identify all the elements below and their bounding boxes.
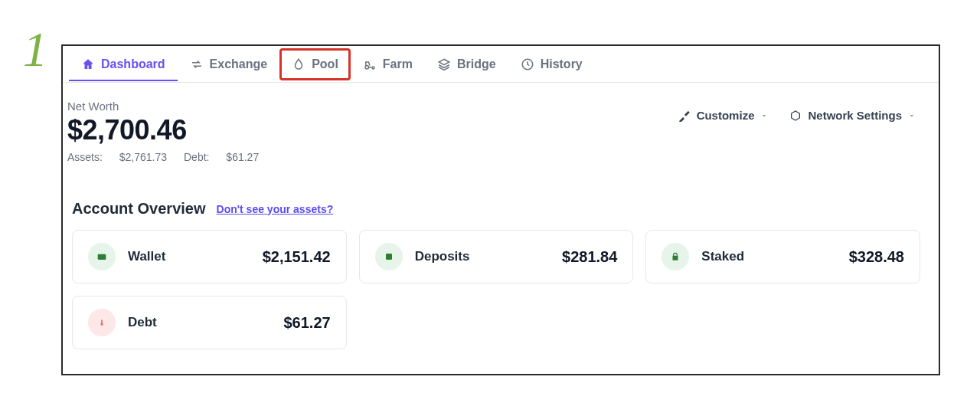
lock-icon bbox=[662, 243, 689, 270]
card-label: Debt bbox=[128, 315, 283, 330]
clock-icon bbox=[521, 57, 534, 71]
card-staked[interactable]: Staked $328.48 bbox=[645, 230, 920, 283]
card-label: Staked bbox=[701, 249, 848, 264]
swap-icon bbox=[190, 57, 204, 71]
nav-label: Exchange bbox=[210, 57, 268, 71]
wallet-icon bbox=[88, 243, 116, 270]
network-settings-button[interactable]: Network Settings bbox=[789, 109, 916, 122]
card-wallet[interactable]: Wallet $2,151.42 bbox=[72, 230, 347, 283]
nav-label: Farm bbox=[383, 57, 413, 71]
net-worth-breakdown: Assets: $2,761.73 Debt: $61.27 bbox=[67, 151, 259, 163]
nav-exchange[interactable]: Exchange bbox=[178, 48, 280, 80]
deposit-icon bbox=[375, 243, 403, 270]
nav-label: Pool bbox=[312, 57, 338, 71]
nav-history[interactable]: History bbox=[508, 48, 595, 80]
top-nav: Dashboard Exchange Pool Farm Bridge bbox=[63, 46, 939, 83]
layers-icon bbox=[437, 57, 451, 71]
chevron-down-icon bbox=[760, 112, 768, 120]
nav-pool[interactable]: Pool bbox=[279, 48, 351, 80]
missing-assets-link[interactable]: Don't see your assets? bbox=[217, 203, 334, 215]
debt-text: Debt: $61.27 bbox=[184, 151, 259, 163]
assets-text: Assets: $2,761.73 bbox=[67, 151, 167, 163]
settings-buttons: Customize Network Settings bbox=[678, 109, 925, 122]
wrench-icon bbox=[678, 110, 691, 122]
thermo-icon bbox=[88, 309, 116, 336]
network-settings-label: Network Settings bbox=[808, 109, 902, 122]
net-worth-row: Net Worth $2,700.46 Assets: $2,761.73 De… bbox=[67, 100, 925, 163]
chevron-down-icon bbox=[908, 112, 916, 120]
card-value: $328.48 bbox=[849, 248, 904, 266]
home-icon bbox=[81, 57, 95, 71]
nav-farm[interactable]: Farm bbox=[351, 48, 425, 80]
card-value: $61.27 bbox=[283, 314, 330, 332]
cube-icon bbox=[789, 110, 802, 122]
svg-point-1 bbox=[372, 67, 374, 69]
net-worth-block: Net Worth $2,700.46 Assets: $2,761.73 De… bbox=[67, 100, 259, 163]
nav-label: Bridge bbox=[457, 57, 496, 71]
app-window: Dashboard Exchange Pool Farm Bridge bbox=[61, 44, 940, 375]
card-value: $281.84 bbox=[562, 248, 617, 266]
account-overview-section: Account Overview Don't see your assets? … bbox=[67, 200, 925, 349]
svg-point-0 bbox=[365, 65, 369, 69]
card-value: $2,151.42 bbox=[263, 248, 331, 266]
card-label: Deposits bbox=[415, 249, 562, 264]
svg-rect-4 bbox=[386, 254, 392, 260]
account-overview-title: Account Overview bbox=[72, 200, 206, 218]
card-label: Wallet bbox=[128, 249, 263, 264]
nav-label: Dashboard bbox=[101, 57, 165, 71]
net-worth-value: $2,700.46 bbox=[67, 114, 259, 146]
tractor-icon bbox=[363, 57, 377, 71]
card-deposits[interactable]: Deposits $281.84 bbox=[359, 230, 634, 283]
nav-bridge[interactable]: Bridge bbox=[425, 48, 508, 80]
nav-dashboard[interactable]: Dashboard bbox=[69, 48, 178, 80]
card-debt[interactable]: Debt $61.27 bbox=[72, 296, 347, 349]
nav-label: History bbox=[541, 57, 583, 71]
drop-icon bbox=[292, 57, 305, 71]
customize-button[interactable]: Customize bbox=[678, 109, 769, 122]
step-number-annotation: 1 bbox=[23, 21, 47, 78]
net-worth-label: Net Worth bbox=[67, 100, 259, 113]
customize-label: Customize bbox=[697, 109, 755, 122]
svg-rect-3 bbox=[98, 254, 106, 260]
